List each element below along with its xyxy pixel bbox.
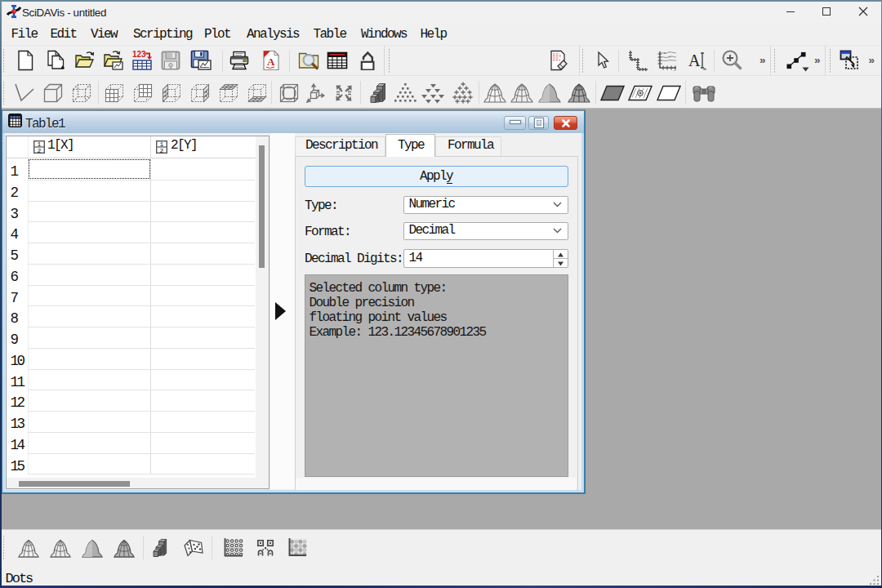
svg-text:A: A (267, 56, 275, 68)
svg-text:2: 2 (160, 146, 164, 153)
svg-text:A: A (688, 51, 701, 69)
svg-text:2: 2 (37, 146, 41, 153)
svg-text:123: 123 (132, 50, 146, 59)
